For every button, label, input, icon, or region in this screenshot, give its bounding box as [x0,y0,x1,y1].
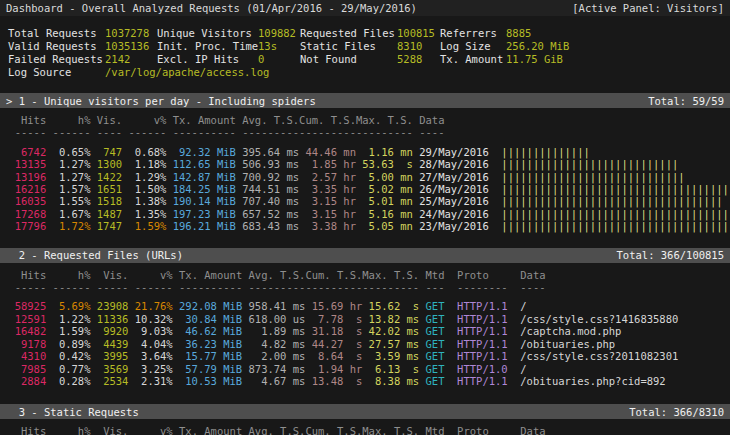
cell-hpct: h% [46,425,90,435]
cell-url: /obituaries.php [514,338,615,350]
cell-vpct: 1.35% [122,208,166,220]
summary-label: Unique Visitors [157,27,258,40]
cell-vpct: ------ [128,281,172,293]
cell-cum: 3.35 hr [299,183,356,195]
cell-vis: ----- [91,281,129,293]
cell-date: 26/May/2016 [413,183,495,195]
cell-tx: 92.32 MiB [166,146,236,158]
panel-header-static-requests[interactable]: 3 - Static Requests Total: 366/8310 [0,404,730,419]
cell-bars: |||||||||||||||||||||||||||| [495,158,730,170]
table-row[interactable]: 125911.22%1133610.32%30.84 MiB618.00 us7… [2,313,730,325]
cell-cum: Cum. T.S. [299,114,356,126]
panel-header-requested-files[interactable]: 2 - Requested Files (URLs) Total: 366/10… [0,248,730,263]
cell-avg: 657.52 ms [236,208,299,220]
cell-date: Data [413,114,495,126]
cell-tx: 36.23 MiB [173,338,243,350]
cell-avg: Avg. T.S. [242,269,305,281]
cell-hits: 13196 [2,171,46,183]
cell-cum: 8.64 s [305,350,362,362]
cell-vpct: 1.18% [122,158,166,170]
cell-vpct: 3.64% [128,350,172,362]
cell-tx: ---------- [166,126,236,138]
table-row[interactable]: 177961.72%17471.59%196.21 MiB683.43 ms3.… [2,220,730,232]
cell-max: 5.01 mn [356,195,413,207]
cell-hits: 7985 [2,363,46,375]
cell-avg: 707.40 ms [236,195,299,207]
cell-hits: 9178 [2,338,46,350]
table-row[interactable]: 162161.57%16511.50%184.25 MiB744.51 ms3.… [2,183,730,195]
cell-vis: 11336 [91,313,129,325]
table-row[interactable]: 172681.67%14871.35%197.23 MiB657.52 ms3.… [2,208,730,220]
table-row[interactable]: 131961.27%14221.29%142.87 MiB700.92 ms2.… [2,171,730,183]
cell-tx: 142.87 MiB [166,171,236,183]
summary-label: Excl. IP Hits [157,53,258,66]
summary-value: 8310 [397,40,440,53]
summary-value: 1035136 [105,40,157,53]
cell-bars: |||||||||||||| [495,146,730,158]
cell-hpct: ------ [46,281,90,293]
cell-mtd: Mtd [419,269,451,281]
cell-url: /captcha.mod.php [514,325,621,337]
cell-vpct: 1.59% [122,220,166,232]
overall-summary: Total Requests1037278Unique Visitors1098… [0,27,730,79]
summary-value: 8885 [506,27,730,40]
table-row[interactable]: 131351.27%13001.18%112.65 MiB506.93 ms1.… [2,158,730,170]
table-row[interactable]: 28840.28%25342.31%10.53 MiB4.67 ms13.48 … [2,375,730,387]
cell-max: 5.05 mn [356,220,413,232]
cell-tx: 196.21 MiB [166,220,236,232]
cell-avg: 395.64 ms [236,146,299,158]
panel-total-badge: Total: 366/100815 [617,249,724,261]
cell-tx: 10.53 MiB [173,375,243,387]
cell-avg: --------- [242,281,305,293]
cell-avg: 4.82 ms [242,338,305,350]
cell-bars: |||||||||||||||||||||||||||||||||||||| [495,208,730,220]
cell-vpct: ------ [122,126,166,138]
table-header-row: Hitsh%Vis.v%Tx. AmountAvg. T.S.Cum. T.S.… [2,425,730,435]
panel-title: 3 - Static Requests [6,406,139,418]
cell-max: Max. T.S. [362,269,419,281]
cell-hpct: h% [46,114,90,126]
cell-hits: 13135 [2,158,46,170]
cell-mtd: --- [419,281,451,293]
cell-tx: Tx. Amount [173,269,243,281]
cell-vis: 1487 [91,208,123,220]
cell-tx: 15.77 MiB [173,350,243,362]
cell-vis: 1518 [91,195,123,207]
cell-proto: Proto [451,425,514,435]
cell-proto: HTTP/1.1 [451,300,514,312]
table-row[interactable]: 160351.55%15181.38%190.14 MiB707.40 ms3.… [2,195,730,207]
cell-proto: HTTP/1.1 [451,313,514,325]
cell-vpct: 21.76% [128,300,172,312]
table-row[interactable]: 67420.65%7470.68%92.32 MiB395.64 ms44.46… [2,146,730,158]
cell-hits: ----- [2,126,46,138]
cell-avg: 4.67 ms [242,375,305,387]
panel-header-visitors[interactable]: > 1 - Unique visitors per day - Includin… [0,93,730,108]
cell-vpct: 1.50% [122,183,166,195]
summary-value: 1037278 [105,27,157,40]
cell-avg: 506.93 ms [236,158,299,170]
cell-mtd: GET [419,325,451,337]
table-row[interactable]: 43100.42%39953.64%15.77 MiB2.00 ms8.64 s… [2,350,730,362]
table-row[interactable]: 589255.69%2390821.76%292.08 MiB958.41 ms… [2,300,730,312]
table-header-row: Hitsh%Vis.v%Tx. AmountAvg. T.S.Cum. T.S.… [2,269,730,281]
summary-row: Log Source/var/log/apache/access.log [8,66,730,79]
cell-hpct: ------ [46,126,90,138]
table-row[interactable]: 79850.77%35693.25%57.79 MiB873.74 ms1.94… [2,363,730,375]
summary-value: 256.20 MiB [506,40,730,53]
cell-bars: ||||||||||||||||||||||||||||||||||| [495,195,730,207]
cell-url: /obituaries.php?cid=892 [514,375,666,387]
cell-bars [495,114,730,126]
cell-proto: Proto [451,269,514,281]
table-dash-row: ----------------------------------------… [2,281,730,293]
cell-max: 27.57 ms [362,338,419,350]
cell-cum: 13.48 s [305,375,362,387]
titlebar: Dashboard - Overall Analyzed Requests (0… [0,0,730,16]
cell-cum: 3.38 hr [299,220,356,232]
summary-label: Requested Files [300,27,397,40]
cell-tx: Tx. Amount [173,425,243,435]
cell-avg: 683.43 ms [236,220,299,232]
cell-vpct: v% [128,425,172,435]
cell-hits: 17268 [2,208,46,220]
table-row[interactable]: 164821.59%99209.03%46.62 MiB1.89 ms31.18… [2,325,730,337]
table-row[interactable]: 91780.89%44394.04%36.23 MiB4.82 ms44.27 … [2,338,730,350]
